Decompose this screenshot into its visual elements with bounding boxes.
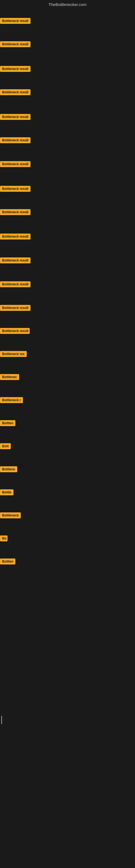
bottleneck-badge: Bottle bbox=[0, 489, 13, 495]
bottleneck-result-item[interactable]: Bottleneck bbox=[0, 513, 21, 520]
bottleneck-badge: Bottleneck result bbox=[0, 66, 31, 72]
bottleneck-badge: Bottleneck res bbox=[0, 351, 27, 357]
bottleneck-badge: Bottleneck result bbox=[0, 186, 31, 192]
bottleneck-badge: Bottlens bbox=[0, 466, 17, 472]
bottleneck-result-item[interactable]: Bottleneck result bbox=[0, 161, 31, 168]
cursor-line bbox=[1, 716, 2, 724]
bottleneck-badge: Bottleneck result bbox=[0, 18, 31, 24]
bottleneck-result-item[interactable]: Bottleneck r bbox=[0, 397, 23, 404]
bottleneck-badge: Bottleneck result bbox=[0, 161, 31, 167]
site-title: TheBottlenecker.com bbox=[0, 0, 135, 8]
bottleneck-result-item[interactable]: Bottleneck result bbox=[0, 234, 31, 241]
bottleneck-result-item[interactable]: Bottlens bbox=[0, 466, 17, 473]
bottleneck-result-item[interactable]: Bottleneck result bbox=[0, 305, 31, 312]
bottleneck-badge: Bottlenec bbox=[0, 374, 19, 380]
bottleneck-result-item[interactable]: Bottleneck result bbox=[0, 281, 31, 288]
bottleneck-result-item[interactable]: Bottlenec bbox=[0, 374, 19, 381]
bottleneck-result-item[interactable]: Bottleneck result bbox=[0, 18, 31, 25]
bottleneck-result-item[interactable]: Bottleneck result bbox=[0, 41, 31, 48]
bottleneck-result-item[interactable]: Bottle bbox=[0, 489, 13, 496]
bottleneck-result-item[interactable]: Bo bbox=[0, 535, 8, 542]
bottleneck-badge: Bottleneck result bbox=[0, 281, 31, 287]
bottleneck-result-item[interactable]: Bottlen bbox=[0, 420, 15, 427]
bottleneck-badge: Bottleneck result bbox=[0, 137, 31, 143]
bottleneck-result-item[interactable]: Bottleneck result bbox=[0, 209, 31, 216]
bottleneck-badge: Bottleneck result bbox=[0, 328, 30, 334]
bottleneck-result-item[interactable]: Bott bbox=[0, 443, 11, 450]
bottleneck-badge: Bottleneck result bbox=[0, 41, 31, 47]
bottleneck-badge: Bottlen bbox=[0, 558, 15, 564]
bottleneck-badge: Bottleneck result bbox=[0, 89, 31, 95]
bottleneck-result-item[interactable]: Bottleneck result bbox=[0, 328, 30, 335]
bottleneck-result-item[interactable]: Bottleneck result bbox=[0, 257, 31, 265]
bottleneck-badge: Bottleneck bbox=[0, 513, 21, 518]
bottleneck-result-item[interactable]: Bottleneck result bbox=[0, 137, 31, 144]
bottleneck-result-item[interactable]: Bottleneck result bbox=[0, 114, 31, 121]
bottleneck-badge: Bottleneck r bbox=[0, 397, 23, 403]
bottleneck-result-item[interactable]: Bottleneck res bbox=[0, 351, 27, 358]
bottleneck-badge: Bott bbox=[0, 443, 11, 449]
bottleneck-result-item[interactable]: Bottlen bbox=[0, 558, 15, 565]
bottleneck-result-item[interactable]: Bottleneck result bbox=[0, 66, 31, 73]
bottleneck-badge: Bottleneck result bbox=[0, 114, 31, 120]
bottleneck-badge: Bottleneck result bbox=[0, 257, 31, 264]
bottleneck-result-item[interactable]: Bottleneck result bbox=[0, 186, 31, 193]
bottleneck-badge: Bottlen bbox=[0, 420, 15, 426]
bottleneck-badge: Bottleneck result bbox=[0, 209, 31, 215]
bottleneck-badge: Bottleneck result bbox=[0, 305, 31, 311]
bottleneck-badge: Bo bbox=[0, 535, 8, 541]
bottleneck-result-item[interactable]: Bottleneck result bbox=[0, 89, 31, 96]
bottleneck-badge: Bottleneck result bbox=[0, 234, 31, 240]
